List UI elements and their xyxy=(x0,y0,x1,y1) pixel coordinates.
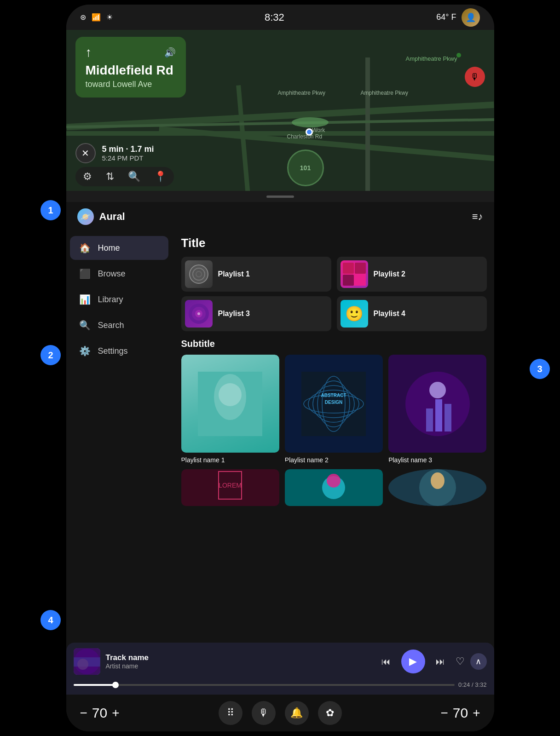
playlist-item-4[interactable]: 🙂 Playlist 4 xyxy=(337,296,487,331)
player-controls: ⏮ ▶ ⏭ ♡ ∧ xyxy=(376,650,487,673)
app-header: 🪐 Aural ≡♪ xyxy=(66,202,494,231)
playlist-card-6[interactable] xyxy=(388,469,486,510)
svg-point-14 xyxy=(219,383,242,406)
playlist-grid-row2: Playlist 3 🙂 Playlist 4 xyxy=(181,296,487,331)
track-info: Track name Artist name xyxy=(106,653,371,670)
progress-track[interactable] xyxy=(74,684,455,686)
system-bar: − 70 + ⠿ 🎙 🔔 ✿ − 70 + xyxy=(66,695,494,731)
vol-down-right-button[interactable]: − xyxy=(440,706,448,720)
playlist-card-4[interactable]: LOREM xyxy=(181,469,279,510)
search-map-icon[interactable]: 🔍 xyxy=(128,171,140,183)
navigation-card: ↑ 🔊 Middlefield Rd toward Lowell Ave xyxy=(75,37,186,98)
close-nav-button[interactable]: ✕ xyxy=(75,143,96,163)
settings-map-icon[interactable]: ⚙ xyxy=(83,171,92,183)
bluetooth-icon: ⊛ xyxy=(80,13,86,22)
annotation-4: 4 xyxy=(40,610,61,630)
vol-left-number: 70 xyxy=(92,705,107,721)
sidebar-item-library-label: Library xyxy=(98,295,123,305)
playlist-card-2-thumb: ABSTRACT DESIGN xyxy=(285,355,383,453)
next-track-button[interactable]: ⏭ xyxy=(431,652,450,671)
svg-text:ABSTRACT: ABSTRACT xyxy=(321,393,346,398)
playlist-item-1[interactable]: Playlist 1 xyxy=(181,257,331,292)
vol-down-left-button[interactable]: − xyxy=(80,706,87,720)
svg-point-37 xyxy=(431,472,445,489)
playlist-card-2[interactable]: ABSTRACT DESIGN Playlist name 2 xyxy=(285,355,383,464)
playback-time: 0:24 / 3:32 xyxy=(458,681,486,688)
sidebar-item-home[interactable]: 🏠 Home xyxy=(70,236,168,260)
sidebar-item-library[interactable]: 📊 Library xyxy=(70,288,168,311)
svg-rect-27 xyxy=(445,404,451,431)
sidebar-item-settings[interactable]: ⚙️ Settings xyxy=(70,339,168,363)
annotation-3: 3 xyxy=(530,359,550,379)
play-pause-button[interactable]: ▶ xyxy=(401,650,425,673)
progress-thumb xyxy=(112,682,119,688)
mic-button[interactable]: 🎙 xyxy=(252,701,276,725)
now-playing-bar: Track name Artist name ⏮ ▶ ⏭ ♡ ∧ xyxy=(66,643,494,695)
settings-icon: ⚙️ xyxy=(79,345,91,356)
playlist-3-name: Playlist 3 xyxy=(218,310,250,318)
nav-direction-icon: ↑ xyxy=(86,45,92,60)
svg-text:DESIGN: DESIGN xyxy=(325,400,342,405)
sidebar-item-browse-label: Browse xyxy=(98,269,126,279)
playlist-1-thumb xyxy=(185,260,213,288)
route-icon[interactable]: ⇅ xyxy=(106,171,114,183)
playlist-card-5-thumb xyxy=(285,469,383,506)
svg-rect-5 xyxy=(355,263,366,274)
shoreline-label: Amphitheatre Pkwy xyxy=(406,55,457,62)
app-logo: 🪐 Aural xyxy=(77,208,125,225)
voice-btn[interactable]: 🎙 xyxy=(465,67,485,87)
vol-up-left-button[interactable]: + xyxy=(112,706,119,720)
bell-button[interactable]: 🔔 xyxy=(285,701,309,725)
playlist-grid-row1: Playlist 1 Playlist 2 xyxy=(181,257,487,292)
music-app: 🪐 Aural ≡♪ 🏠 Home ⬛ Browse 📊 Library xyxy=(66,202,494,695)
prev-track-button[interactable]: ⏮ xyxy=(376,652,396,671)
status-left: ⊛ 📶 ☀ xyxy=(80,13,113,22)
nav-volume-icon[interactable]: 🔊 xyxy=(164,47,176,58)
progress-fill xyxy=(74,684,115,686)
user-avatar[interactable]: 👤 xyxy=(462,8,480,27)
status-right: 64° F 👤 xyxy=(436,8,480,27)
playlist-card-3-thumb xyxy=(388,355,486,453)
map-controls: ⚙ ⇅ 🔍 📍 xyxy=(75,167,174,186)
content-area: 🏠 Home ⬛ Browse 📊 Library 🔍 Search ⚙️ xyxy=(66,231,494,643)
fan-button[interactable]: ✿ xyxy=(318,701,342,725)
status-bar: ⊛ 📶 ☀ 8:32 64° F 👤 xyxy=(66,5,494,30)
pin-icon[interactable]: 📍 xyxy=(154,171,167,183)
browse-icon: ⬛ xyxy=(79,268,91,279)
expand-player-button[interactable]: ∧ xyxy=(470,653,487,670)
drag-handle[interactable] xyxy=(66,191,494,202)
sidebar-item-settings-label: Settings xyxy=(98,346,128,356)
sidebar-item-browse[interactable]: ⬛ Browse xyxy=(70,262,168,286)
trip-eta: 5:24 PM PDT xyxy=(102,154,154,162)
playlist-card-5[interactable] xyxy=(285,469,383,510)
section1-title: Title xyxy=(181,236,487,250)
playlist-card-1-name: Playlist name 1 xyxy=(181,456,279,464)
playlist-4-thumb: 🙂 xyxy=(341,300,368,328)
playlist-item-3[interactable]: Playlist 3 xyxy=(181,296,331,331)
sidebar: 🏠 Home ⬛ Browse 📊 Library 🔍 Search ⚙️ xyxy=(66,231,172,643)
queue-button[interactable]: ≡♪ xyxy=(472,211,483,223)
playlist-cards-row1: Playlist name 1 xyxy=(181,355,487,464)
playlist-2-name: Playlist 2 xyxy=(374,270,405,278)
track-artwork xyxy=(74,648,100,675)
apps-grid-button[interactable]: ⠿ xyxy=(219,701,242,725)
sidebar-item-home-label: Home xyxy=(98,243,120,253)
sidebar-item-search[interactable]: 🔍 Search xyxy=(70,313,168,337)
playlist-card-1[interactable]: Playlist name 1 xyxy=(181,355,279,464)
playlist-item-2[interactable]: Playlist 2 xyxy=(337,257,487,292)
main-content: Title Playlist 1 xyxy=(172,231,494,643)
vol-control-left: − 70 + xyxy=(80,705,120,721)
vol-up-right-button[interactable]: + xyxy=(473,706,480,720)
track-name: Track name xyxy=(106,653,371,662)
drag-bar xyxy=(266,196,294,198)
sidebar-item-search-label: Search xyxy=(98,321,124,330)
playlist-card-3[interactable]: Playlist name 3 xyxy=(388,355,486,464)
like-button[interactable]: ♡ xyxy=(456,656,465,667)
annotation-2: 2 xyxy=(40,345,61,365)
brightness-icon: ☀ xyxy=(106,13,113,22)
svg-rect-7 xyxy=(355,275,366,286)
playlist-3-thumb xyxy=(185,300,213,328)
playlist-card-1-thumb xyxy=(181,355,279,453)
playlist-card-2-name: Playlist name 2 xyxy=(285,456,383,464)
amphitheatre-label-2: Amphitheatre Pkwy xyxy=(361,90,408,96)
